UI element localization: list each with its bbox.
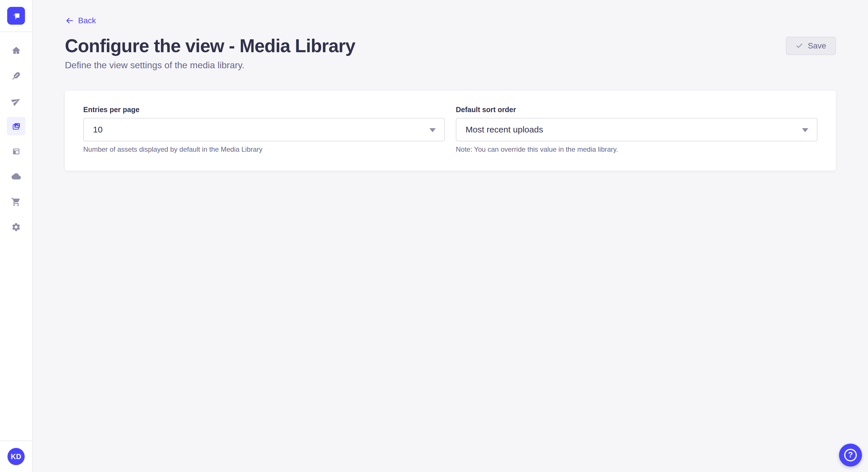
field-entries-per-page: Entries per page 10 Number of assets dis… xyxy=(83,105,445,154)
sidebar-item-content-manager[interactable] xyxy=(7,67,25,85)
images-icon xyxy=(11,121,21,131)
save-button[interactable]: Save xyxy=(786,37,836,55)
field-hint: Note: You can override this value in the… xyxy=(456,145,817,154)
user-avatar[interactable]: KD xyxy=(7,448,25,465)
paper-plane-icon xyxy=(11,96,21,106)
sidebar-item-content-type-builder[interactable] xyxy=(7,142,25,161)
strapi-logo-icon xyxy=(10,10,22,22)
fields-grid: Entries per page 10 Number of assets dis… xyxy=(83,105,817,154)
settings-card: Entries per page 10 Number of assets dis… xyxy=(65,91,836,171)
field-hint: Number of assets displayed by default in… xyxy=(83,145,445,154)
strapi-logo[interactable] xyxy=(7,7,25,25)
question-mark-icon: ? xyxy=(844,449,857,461)
back-link[interactable]: Back xyxy=(65,16,96,25)
entries-per-page-select[interactable]: 10 xyxy=(83,118,445,141)
sidebar: KD xyxy=(0,0,33,472)
sidebar-footer: KD xyxy=(0,440,32,472)
layout-icon xyxy=(11,147,21,156)
cloud-icon xyxy=(11,172,21,182)
save-label: Save xyxy=(808,41,826,50)
sidebar-item-settings[interactable] xyxy=(7,218,25,236)
sidebar-item-releases[interactable] xyxy=(7,92,25,110)
page-title: Configure the view - Media Library xyxy=(65,36,355,56)
page-subtitle: Define the view settings of the media li… xyxy=(65,60,836,71)
chevron-down-icon xyxy=(429,128,436,132)
sidebar-item-cloud[interactable] xyxy=(7,167,25,186)
field-label: Default sort order xyxy=(456,105,817,114)
select-value: Most recent uploads xyxy=(466,125,543,134)
field-label: Entries per page xyxy=(83,105,445,114)
home-icon xyxy=(11,46,21,55)
help-button[interactable]: ? xyxy=(839,444,862,467)
chevron-down-icon xyxy=(802,128,808,132)
select-value: 10 xyxy=(93,125,102,134)
feather-icon xyxy=(11,71,21,80)
field-default-sort-order: Default sort order Most recent uploads N… xyxy=(456,105,817,154)
arrow-left-icon xyxy=(65,16,74,25)
gear-icon xyxy=(11,222,21,232)
sidebar-item-home[interactable] xyxy=(7,41,25,60)
title-row: Configure the view - Media Library Save xyxy=(65,36,836,56)
sidebar-item-media-library[interactable] xyxy=(7,117,25,135)
sidebar-nav xyxy=(0,32,32,236)
main-content: Back Configure the view - Media Library … xyxy=(33,0,868,171)
sidebar-item-marketplace[interactable] xyxy=(7,193,25,211)
cart-icon xyxy=(11,197,21,207)
back-label: Back xyxy=(78,16,96,25)
logo-section xyxy=(0,0,32,32)
check-icon xyxy=(796,42,803,49)
default-sort-order-select[interactable]: Most recent uploads xyxy=(456,118,817,141)
